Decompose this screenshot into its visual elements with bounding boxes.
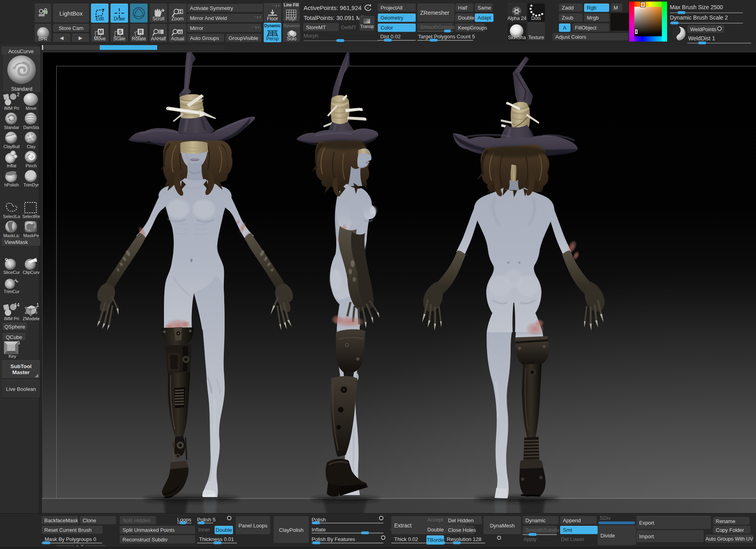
svg-text:R: R bbox=[139, 29, 142, 35]
svg-text:S: S bbox=[118, 29, 122, 35]
svg-text:M: M bbox=[99, 29, 103, 35]
svg-text:x1: x1 bbox=[178, 30, 182, 34]
svg-text:Y: Y bbox=[367, 6, 369, 10]
svg-text:C: C bbox=[44, 11, 46, 14]
